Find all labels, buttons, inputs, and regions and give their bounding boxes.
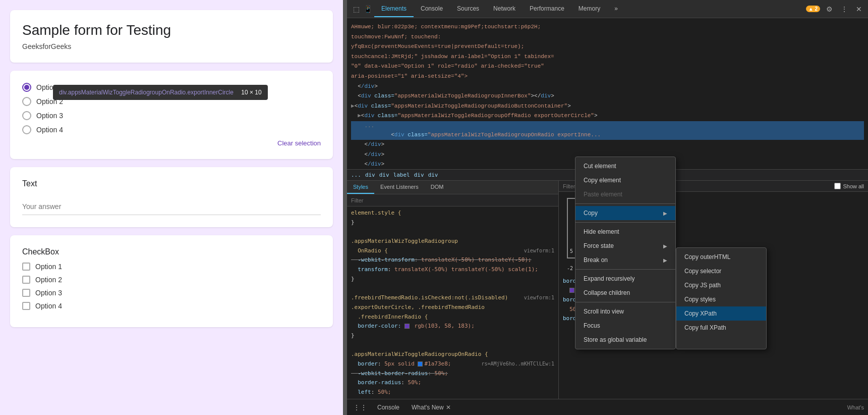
- radio-input-4[interactable]: [22, 125, 31, 134]
- menu-copy-xpath[interactable]: Copy XPath: [676, 306, 766, 321]
- menu-paste-element: Paste element: [575, 187, 675, 201]
- whats-new-tab[interactable]: What's New ✕: [408, 403, 455, 412]
- menu-force-state[interactable]: Force state ▶: [575, 239, 675, 253]
- css-block-element: element.style { }: [351, 209, 554, 227]
- close-devtools-icon[interactable]: ✕: [854, 4, 864, 14]
- styles-content: element.style { } .appsMaterialWizToggle…: [347, 206, 558, 399]
- devtools-icons-group: ▲ 2 ⚙ ⋮ ✕: [806, 4, 864, 14]
- radio-option-4[interactable]: Option 4: [22, 125, 321, 134]
- styles-filter-input[interactable]: [351, 197, 554, 203]
- menu-copy-styles[interactable]: Copy styles: [676, 292, 766, 306]
- console-tab[interactable]: Console: [373, 403, 403, 412]
- radio-input-3[interactable]: [22, 111, 31, 120]
- menu-break-on[interactable]: Break on ▶: [575, 253, 675, 267]
- breadcrumb-div-2[interactable]: div: [379, 172, 389, 178]
- tooltip-class: div.appsMaterialWizToggleRadiogroupOnRad…: [59, 89, 234, 96]
- html-panel[interactable]: AHmuwe; blur:022p3e; contextmenu:mg9Pef;…: [347, 18, 868, 170]
- form-subtitle: GeeksforGeeks: [22, 42, 321, 50]
- menu-scroll-into-view[interactable]: Scroll into view: [575, 304, 675, 319]
- show-all-checkbox[interactable]: [834, 183, 841, 189]
- radio-label-4: Option 4: [36, 126, 63, 134]
- warning-badge: ▲ 2: [806, 6, 820, 12]
- whats-new-close[interactable]: ✕: [446, 404, 451, 411]
- radio-input-1[interactable]: [22, 83, 31, 92]
- html-line: AHmuwe; blur:022p3e; contextmenu:mg9Pef;…: [351, 22, 864, 32]
- tab-memory[interactable]: Memory: [571, 1, 607, 17]
- html-line: ▶<div class="appsMaterialWizToggleRadiog…: [351, 111, 864, 121]
- checkbox-option-2[interactable]: Option 2: [22, 276, 321, 284]
- menu-copy[interactable]: Copy ▶: [575, 206, 675, 220]
- css-selector: .appsMaterialWizToggleRadiogroup OnRadio…: [351, 238, 458, 254]
- menu-expand-recursively[interactable]: Expand recursively: [575, 272, 675, 286]
- styles-filter-bar: [347, 194, 558, 206]
- css-selector: .freebirdThemedRadio.isChecked:not(.isDi…: [351, 294, 508, 301]
- tab-console[interactable]: Console: [414, 1, 450, 17]
- menu-cut-element[interactable]: Cut element: [575, 159, 675, 173]
- menu-store-global[interactable]: Store as global variable: [575, 333, 675, 347]
- menu-copy-js-path[interactable]: Copy JS path: [676, 278, 766, 292]
- breadcrumb-div-4[interactable]: div: [428, 172, 438, 178]
- html-line: yfqBxc(preventMouseEvents=true|preventDe…: [351, 42, 864, 52]
- menu-copy-outer-html[interactable]: Copy outerHTML: [676, 250, 766, 264]
- css-block-on-radio: .appsMaterialWizToggleRadiogroupOnRadio …: [351, 350, 554, 399]
- panel-divider: [343, 0, 347, 415]
- whats-new-label: What's New: [412, 404, 444, 411]
- menu-focus[interactable]: Focus: [575, 319, 675, 333]
- breadcrumb-div-1[interactable]: div: [365, 172, 375, 178]
- menu-copy-element[interactable]: Copy element: [575, 173, 675, 187]
- radio-option-3[interactable]: Option 3: [22, 111, 321, 120]
- console-grip-icon[interactable]: ⋮⋮: [351, 402, 369, 412]
- text-answer-input[interactable]: [22, 198, 321, 215]
- device-icon[interactable]: 📱: [362, 4, 374, 14]
- checkbox-input-2[interactable]: [22, 276, 30, 284]
- checkbox-option-4[interactable]: Option 4: [22, 302, 321, 310]
- css-source-link-3[interactable]: rs=AMjVe6ho..mKHTClLEw:1: [482, 359, 555, 368]
- checkbox-input-4[interactable]: [22, 302, 30, 310]
- color-viz-val-2: 5: [570, 247, 573, 255]
- breadcrumb-div-3[interactable]: div: [414, 172, 424, 178]
- tab-sources[interactable]: Sources: [450, 1, 486, 17]
- radio-label-3: Option 3: [36, 112, 63, 120]
- html-line: <div class="appsMaterialWizToggleRadiogr…: [351, 91, 864, 101]
- settings-icon[interactable]: ⚙: [824, 4, 835, 14]
- css-rule-struck: -webkit-transform: translateX(-50%) tran…: [351, 256, 532, 263]
- form-title: Sample form for Testing: [22, 22, 321, 38]
- color-swatch-prop: [569, 288, 574, 293]
- radio-input-2[interactable]: [22, 97, 31, 106]
- css-source-link[interactable]: viewform:1: [524, 246, 554, 255]
- form-panel: Sample form for Testing GeeksforGeeks di…: [0, 0, 343, 415]
- styles-tab-event-listeners[interactable]: Event Listeners: [374, 181, 425, 194]
- context-menu-overlay: Cut element Copy element Paste element C…: [575, 157, 767, 349]
- what-is-text: What's: [847, 404, 864, 410]
- clear-selection-button[interactable]: Clear selection: [22, 139, 321, 147]
- menu-copy-selector[interactable]: Copy selector: [676, 264, 766, 278]
- tooltip-size: 10 × 10: [241, 89, 261, 96]
- devtools-tabs-bar: ⬚ 📱 Elements Console Sources Network Per…: [347, 0, 868, 18]
- css-selector: .exportOuterCircle, .freebirdThemedRadio…: [351, 304, 485, 320]
- tab-elements[interactable]: Elements: [374, 1, 414, 17]
- tab-more[interactable]: »: [607, 1, 625, 17]
- more-icon[interactable]: ⋮: [839, 4, 850, 14]
- css-source-link-2[interactable]: viewform:1: [524, 293, 554, 302]
- show-all-label: Show all: [834, 183, 864, 189]
- radio-group-card: Option 1 Option 2 Option 3 Option 4 Clea…: [10, 71, 333, 159]
- inspect-icon[interactable]: ⬚: [351, 4, 362, 14]
- breadcrumb-label[interactable]: label: [393, 172, 410, 178]
- tab-performance[interactable]: Performance: [523, 1, 571, 17]
- color-swatch-purple: [404, 324, 410, 329]
- menu-collapse-children[interactable]: Collapse children: [575, 286, 675, 300]
- checkbox-option-1[interactable]: Option 1: [22, 263, 321, 271]
- breadcrumb-ellipsis[interactable]: ...: [351, 172, 361, 178]
- css-rule-struck-2: -webkit-border-radius: 50%;: [351, 370, 448, 377]
- checkbox-input-3[interactable]: [22, 289, 30, 297]
- html-line: "0" data-value="Option 1" role="radio" a…: [351, 62, 864, 72]
- checkbox-option-3[interactable]: Option 3: [22, 289, 321, 297]
- styles-tab-styles[interactable]: Styles: [347, 181, 374, 194]
- menu-hide-element[interactable]: Hide element: [575, 225, 675, 239]
- tab-network[interactable]: Network: [486, 1, 523, 17]
- checkbox-input-1[interactable]: [22, 263, 30, 271]
- submenu-arrow-break: ▶: [663, 257, 667, 263]
- menu-copy-full-xpath[interactable]: Copy full XPath: [676, 321, 766, 335]
- checkbox-label-3: Option 3: [35, 289, 62, 297]
- styles-tab-dom[interactable]: DOM: [425, 181, 450, 194]
